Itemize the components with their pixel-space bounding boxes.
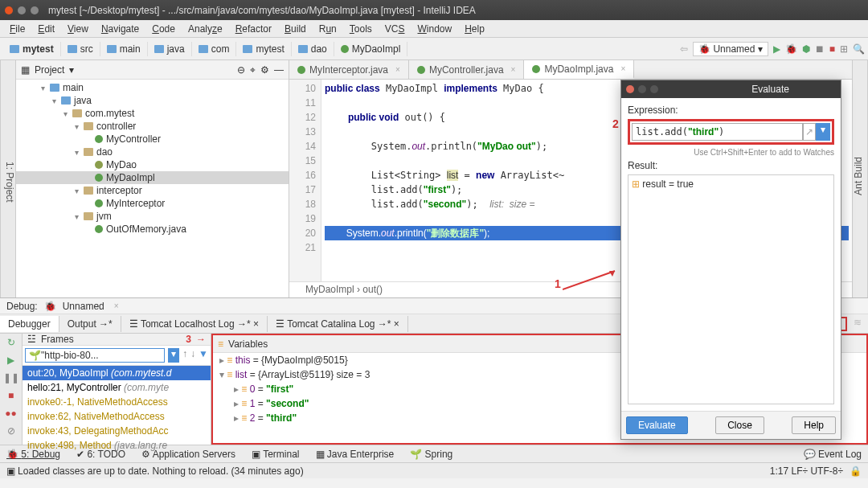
- result-tree[interactable]: ⊞ result = true: [628, 174, 834, 404]
- filter-icon[interactable]: ▼: [199, 348, 208, 363]
- breakpoints-icon[interactable]: ●●: [5, 408, 17, 419]
- locate-icon[interactable]: ⌖: [250, 64, 256, 76]
- tree-node[interactable]: ▾controller: [16, 120, 289, 133]
- close-icon[interactable]: [626, 85, 634, 93]
- tab-debug[interactable]: 🐞 5: Debug: [6, 449, 60, 460]
- tab-mydaoimpl[interactable]: MyDaoImpl.java×: [524, 60, 634, 79]
- frame-row[interactable]: invoke:43, DelegatingMethodAcc: [23, 424, 211, 438]
- menu-vcs[interactable]: VCS: [380, 22, 410, 36]
- close-window-icon[interactable]: [5, 6, 13, 14]
- pause-icon[interactable]: ❚❚: [3, 372, 19, 383]
- profile-icon[interactable]: ⏹: [815, 43, 825, 55]
- breadcrumb[interactable]: mytest src main java com mytest dao MyDa…: [3, 42, 407, 56]
- prev-frame-icon[interactable]: ↑: [182, 348, 187, 363]
- tree-node[interactable]: ▾com.mytest: [16, 107, 289, 120]
- tab-appservers[interactable]: ⚙ Application Servers: [141, 449, 235, 460]
- tool-windows-icon[interactable]: ▣: [6, 465, 15, 477]
- history-dropdown[interactable]: ▾: [816, 123, 830, 141]
- tree-node[interactable]: ▾interceptor: [16, 184, 289, 197]
- close-icon[interactable]: ×: [114, 301, 119, 310]
- resume-icon[interactable]: ▶: [7, 355, 14, 366]
- lock-icon[interactable]: 🔒: [850, 465, 862, 477]
- trace-icon[interactable]: ≋: [854, 317, 862, 331]
- close-icon[interactable]: ×: [620, 64, 625, 73]
- close-icon[interactable]: ×: [395, 65, 400, 74]
- editor-tabs[interactable]: MyInterceptor.java× MyController.java× M…: [289, 60, 852, 80]
- line-gutter[interactable]: 101112131415161718192021: [289, 80, 321, 281]
- tab-terminal[interactable]: ▣ Terminal: [252, 449, 299, 460]
- stop-icon[interactable]: ■: [8, 390, 14, 401]
- tree-node[interactable]: ▾jvm: [16, 210, 289, 223]
- tab-tomcat-catalina[interactable]: ☰ Tomcat Catalina Log →* ×: [268, 316, 408, 332]
- minimize-window-icon[interactable]: [18, 6, 26, 14]
- menu-tools[interactable]: Tools: [345, 22, 377, 36]
- menu-view[interactable]: View: [63, 22, 93, 36]
- tab-debugger[interactable]: Debugger: [0, 316, 59, 332]
- evaluate-button[interactable]: Evaluate: [626, 416, 688, 434]
- event-log[interactable]: 💬 Event Log: [804, 449, 862, 460]
- layout-icon[interactable]: ⊞: [840, 43, 848, 55]
- debug-toolbar[interactable]: ↻ ▶ ❚❚ ■ ●● ⊘: [0, 334, 23, 445]
- tree-node[interactable]: MyController: [16, 133, 289, 146]
- tree-node[interactable]: MyDao: [16, 158, 289, 171]
- tab-todo[interactable]: ✔ 6: TODO: [76, 449, 125, 460]
- frame-row[interactable]: out:20, MyDaoImpl (com.mytest.d: [23, 366, 211, 380]
- search-icon[interactable]: 🔍: [853, 43, 865, 55]
- thread-dropdown[interactable]: ▾: [168, 348, 179, 363]
- rerun-icon[interactable]: ↻: [7, 337, 15, 348]
- tree-node[interactable]: MyDaoImpl: [16, 171, 289, 184]
- expand-icon[interactable]: ↗: [803, 123, 816, 141]
- gear-icon[interactable]: ⚙: [260, 64, 269, 76]
- close-button[interactable]: Close: [715, 416, 764, 434]
- frame-row[interactable]: hello:21, MyController (com.myte: [23, 380, 211, 395]
- mute-bp-icon[interactable]: ⊘: [7, 425, 15, 437]
- tab-output[interactable]: Output →*: [59, 316, 121, 332]
- minimize-icon[interactable]: [638, 85, 646, 93]
- tab-javaee[interactable]: ▦ Java Enterprise: [316, 449, 395, 460]
- menu-edit[interactable]: Edit: [33, 22, 59, 36]
- status-position[interactable]: 1:17 LF÷ UTF-8÷: [770, 465, 843, 477]
- menu-analyze[interactable]: Analyze: [183, 22, 227, 36]
- thread-select[interactable]: 🌱 "http-bio-80...: [25, 348, 165, 363]
- frame-row[interactable]: invoke:62, NativeMethodAccess: [23, 409, 211, 424]
- left-tool-strip[interactable]: 1: Project Learn 7: Structure: [0, 60, 16, 297]
- debug-session[interactable]: Unnamed: [63, 301, 104, 312]
- coverage-icon[interactable]: ⬢: [802, 43, 810, 55]
- back-icon[interactable]: ⇦: [680, 43, 688, 55]
- collapse-icon[interactable]: ⊖: [237, 64, 245, 76]
- menu-build[interactable]: Build: [280, 22, 311, 36]
- tab-spring[interactable]: 🌱 Spring: [410, 449, 452, 460]
- menu-navigate[interactable]: Navigate: [96, 22, 144, 36]
- menu-run[interactable]: Run: [314, 22, 342, 36]
- debug-icon[interactable]: 🐞: [785, 43, 797, 55]
- tab-mycontroller[interactable]: MyController.java×: [409, 60, 525, 79]
- menu-help[interactable]: Help: [460, 22, 489, 36]
- stop-icon[interactable]: ■: [829, 43, 835, 55]
- expression-input[interactable]: list.add("third"): [632, 123, 803, 141]
- menu-code[interactable]: Code: [147, 22, 180, 36]
- right-tool-strip[interactable]: Ant Build 2: Database Maven Projects Bea…: [852, 60, 868, 297]
- menu-refactor[interactable]: Refactor: [231, 22, 276, 36]
- window-controls[interactable]: [5, 6, 39, 14]
- tab-tomcat-local[interactable]: ☰ Tomcat Localhost Log →* ×: [121, 316, 268, 332]
- tree-node[interactable]: OutOfMemory.java: [16, 223, 289, 236]
- tab-ant[interactable]: Ant Build: [853, 156, 864, 195]
- project-tree[interactable]: ▾main▾java▾com.mytest▾controllerMyContro…: [16, 80, 289, 297]
- menu-file[interactable]: File: [5, 22, 30, 36]
- tree-node[interactable]: ▾main: [16, 81, 289, 94]
- close-icon[interactable]: ×: [511, 65, 516, 74]
- run-config-select[interactable]: 🐞 Unnamed ▾: [693, 42, 768, 56]
- help-button[interactable]: Help: [792, 416, 836, 434]
- project-title[interactable]: Project: [35, 64, 64, 76]
- frames-list[interactable]: out:20, MyDaoImpl (com.mytest.dhello:21,…: [23, 366, 211, 453]
- maximize-icon[interactable]: [650, 85, 658, 93]
- tree-node[interactable]: ▾dao: [16, 146, 289, 158]
- maximize-window-icon[interactable]: [31, 6, 39, 14]
- menu-window[interactable]: Window: [412, 22, 457, 36]
- hide-icon[interactable]: —: [274, 64, 284, 76]
- tab-myinterceptor[interactable]: MyInterceptor.java×: [289, 60, 409, 79]
- next-frame-icon[interactable]: ↓: [190, 348, 195, 363]
- frame-row[interactable]: invoke0:-1, NativeMethodAccess: [23, 395, 211, 409]
- tree-node[interactable]: ▾java: [16, 94, 289, 107]
- chevron-down-icon[interactable]: ▾: [69, 64, 74, 76]
